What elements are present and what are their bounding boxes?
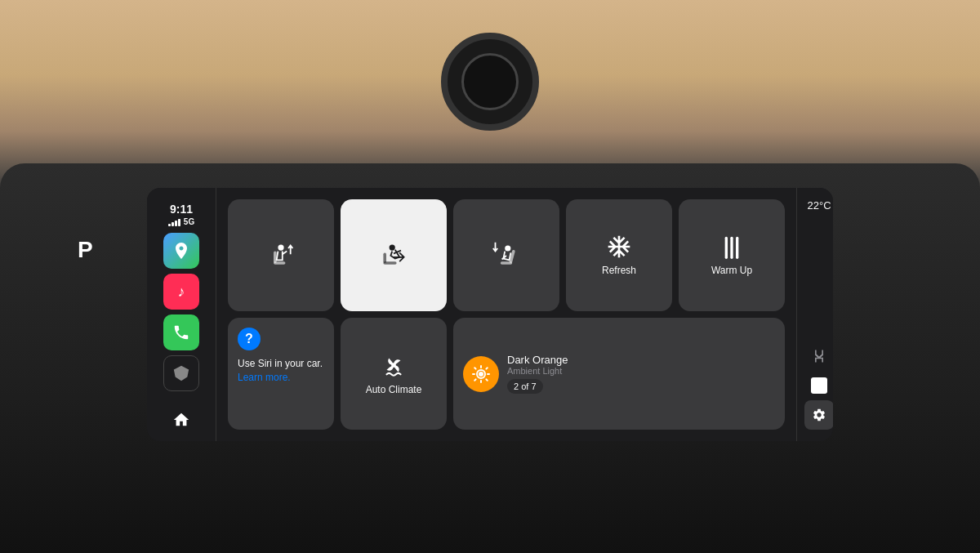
siri-text: Use Siri in your car. Learn more. [238, 357, 323, 385]
signal-row: 5G [168, 217, 194, 226]
gauge-cluster [441, 33, 539, 131]
snowflake-icon [606, 234, 632, 260]
seat-active-card[interactable] [341, 199, 447, 311]
siri-main-text: Use Siri in your car. [238, 358, 323, 369]
gear-indicator: P [78, 237, 93, 263]
right-panel-controls [804, 341, 833, 430]
signal-bars [168, 218, 180, 226]
gauge-inner [461, 53, 519, 110]
svg-rect-1 [274, 251, 277, 262]
time-display: 9:11 [170, 203, 193, 216]
ambient-info: Dark Orange Ambient Light 2 of 7 [507, 354, 775, 394]
signal-bar-3 [175, 221, 177, 226]
sidebar: 9:11 5G ♪ [147, 188, 216, 441]
signal-bar-2 [172, 222, 174, 226]
svg-rect-5 [383, 261, 396, 265]
seat-controls-icon[interactable] [804, 341, 833, 371]
phone-app-icon[interactable] [163, 314, 199, 350]
siri-card[interactable]: ? Use Siri in your car. Learn more. [228, 318, 334, 430]
svg-point-10 [479, 372, 483, 377]
refresh-label: Refresh [602, 265, 636, 276]
content-area: Refresh Warm Up ? Use Siri in your car. … [216, 188, 796, 441]
sidebar-nav [147, 395, 216, 441]
seat-forward-card[interactable] [228, 199, 334, 311]
svg-rect-4 [383, 252, 386, 263]
temperature-display: 22°C [807, 199, 831, 212]
svg-point-3 [390, 244, 395, 250]
siri-learn-more-link[interactable]: Learn more. [238, 372, 291, 383]
refresh-card[interactable]: Refresh [566, 199, 672, 311]
signal-bar-1 [168, 224, 171, 226]
svg-point-6 [505, 245, 510, 251]
svg-rect-2 [274, 261, 285, 265]
signal-bar-4 [178, 219, 180, 226]
main-screen: 9:11 5G ♪ [147, 188, 833, 441]
warmup-label: Warm Up [711, 265, 752, 276]
ambient-counter: 2 of 7 [507, 379, 543, 394]
climate-label: Auto Climate [366, 384, 422, 395]
app-icons: ♪ [147, 230, 216, 395]
siri-question-icon: ? [238, 328, 261, 350]
ambient-color-circle [463, 356, 499, 392]
svg-point-9 [391, 363, 396, 368]
network-type: 5G [184, 217, 194, 226]
settings-button[interactable] [804, 400, 833, 430]
seat-recline-card[interactable] [453, 199, 559, 311]
maps-app-icon[interactable] [163, 233, 199, 269]
svg-rect-8 [501, 261, 512, 265]
ambient-color-name: Dark Orange [507, 354, 775, 366]
music-app-icon[interactable]: ♪ [163, 274, 199, 310]
ambient-type: Ambient Light [507, 366, 775, 376]
heat-icon [719, 234, 745, 260]
warmup-card[interactable]: Warm Up [679, 199, 785, 311]
right-panel: 22°C [796, 188, 833, 441]
auto-climate-card[interactable]: Auto Climate [341, 318, 447, 430]
svg-point-0 [278, 244, 283, 250]
status-bar: 9:11 5G [147, 196, 216, 230]
car-top-dashboard [0, 0, 980, 188]
ambient-sun-icon [471, 364, 491, 384]
porsche-app-icon[interactable] [163, 355, 199, 391]
climate-icon [380, 351, 408, 379]
display-toggle-button[interactable] [811, 377, 827, 394]
sidebar-item-home[interactable] [161, 399, 202, 440]
ambient-light-card[interactable]: Dark Orange Ambient Light 2 of 7 [453, 318, 785, 430]
